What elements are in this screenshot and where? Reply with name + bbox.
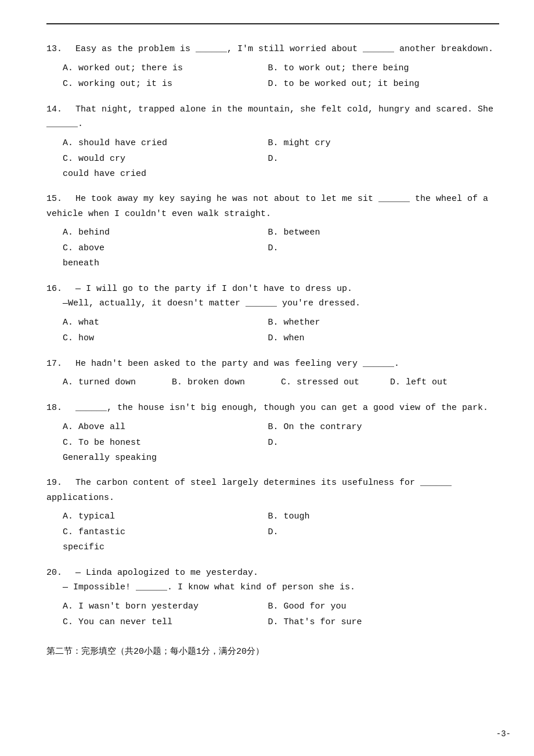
question-8-option-B: B. Good for you — [268, 599, 472, 614]
question-2-option-D-wrap: could have cried — [63, 167, 499, 182]
question-2-options: A. should have criedB. might cryC. would… — [63, 135, 499, 167]
question-1: 13. Easy as the problem is ______, I'm s… — [46, 42, 499, 92]
question-4: 16. — I will go to the party if I don't … — [46, 282, 499, 346]
question-6-option-D-wrap: Generally speaking — [63, 451, 499, 466]
question-6-stem: 18. ______, the house isn't big enough, … — [46, 401, 499, 416]
question-5-option-C: C. stressed out — [281, 375, 390, 390]
question-number: 16. — [46, 282, 65, 297]
question-number: 15. — [46, 192, 65, 207]
question-number: 18. — [46, 401, 65, 416]
question-number: 19. — [46, 476, 65, 491]
question-7-option-C: C. fantastic — [63, 524, 268, 540]
question-number: 14. — [46, 102, 65, 117]
question-1-options: A. worked out; there isB. to work out; t… — [63, 60, 499, 92]
question-7-option-A: A. typical — [63, 509, 268, 524]
question-4-option-A: A. what — [63, 315, 268, 330]
question-4-option-D: D. when — [268, 330, 472, 346]
question-5-stem: 17. He hadn't been asked to the party an… — [46, 357, 499, 372]
question-6: 18. ______, the house isn't big enough, … — [46, 401, 499, 465]
question-number: 13. — [46, 42, 65, 57]
question-5: 17. He hadn't been asked to the party an… — [46, 357, 499, 391]
question-5-option-A: A. turned down — [63, 375, 172, 390]
question-1-option-B: B. to work out; there being — [268, 60, 472, 76]
question-8-option-C: C. You can never tell — [63, 614, 268, 630]
question-5-option-D: D. left out — [390, 375, 499, 390]
question-2-option-C: C. would cry — [63, 151, 268, 167]
question-4-stem: 16. — I will go to the party if I don't … — [46, 282, 499, 311]
question-7-option-B: B. tough — [268, 509, 472, 524]
question-1-option-A: A. worked out; there is — [63, 60, 268, 76]
question-3-stem: 15. He took away my key saying he was no… — [46, 192, 499, 221]
question-6-option-A: A. Above all — [63, 419, 268, 435]
question-7-options: A. typicalB. toughC. fantasticD. — [63, 509, 499, 540]
question-4-option-B: B. whether — [268, 315, 472, 330]
question-6-option-D: D. — [268, 435, 472, 451]
question-2-stem: 14. That night, trapped alone in the mou… — [46, 102, 499, 132]
section-footer: 第二节：完形填空（共20小题；每小题1分，满分20分） — [46, 644, 499, 660]
question-6-option-C: C. To be honest — [63, 435, 268, 451]
question-7: 19. The carbon content of steel largely … — [46, 476, 499, 555]
question-4-options: A. whatB. whetherC. howD. when — [63, 315, 499, 346]
question-2-option-B: B. might cry — [268, 135, 472, 151]
question-3-option-D-wrap: beneath — [63, 256, 499, 271]
question-2-option-D: D. — [268, 151, 472, 167]
question-1-option-C: C. working out; it is — [63, 76, 268, 92]
question-1-stem: 13. Easy as the problem is ______, I'm s… — [46, 42, 499, 57]
question-3: 15. He took away my key saying he was no… — [46, 192, 499, 271]
page-number: -3- — [496, 729, 511, 739]
question-4-option-C: C. how — [63, 330, 268, 346]
question-3-options: A. behindB. betweenC. aboveD. — [63, 225, 499, 256]
question-3-option-C: C. above — [63, 240, 268, 256]
question-6-option-B: B. On the contrary — [268, 419, 472, 435]
question-1-option-D: D. to be worked out; it being — [268, 76, 472, 92]
question-8-options: A. I wasn't born yesterdayB. Good for yo… — [63, 599, 499, 630]
question-2-option-A: A. should have cried — [63, 135, 268, 151]
question-8-stem: 20. — Linda apologized to me yesterday.—… — [46, 566, 499, 595]
question-5-options: A. turned downB. broken downC. stressed … — [63, 375, 499, 390]
question-number: 17. — [46, 357, 65, 372]
question-5-option-B: B. broken down — [172, 375, 281, 390]
question-7-option-D: D. — [268, 524, 472, 540]
question-2: 14. That night, trapped alone in the mou… — [46, 102, 499, 182]
question-3-option-B: B. between — [268, 225, 472, 240]
question-3-option-D: D. — [268, 240, 472, 256]
question-8-option-A: A. I wasn't born yesterday — [63, 599, 268, 614]
question-6-options: A. Above allB. On the contraryC. To be h… — [63, 419, 499, 451]
top-divider — [46, 23, 499, 24]
question-8: 20. — Linda apologized to me yesterday.—… — [46, 566, 499, 630]
question-number: 20. — [46, 566, 65, 581]
questions-container: 13. Easy as the problem is ______, I'm s… — [46, 42, 499, 630]
question-7-stem: 19. The carbon content of steel largely … — [46, 476, 499, 505]
question-8-option-D: D. That's for sure — [268, 614, 472, 630]
question-3-option-A: A. behind — [63, 225, 268, 240]
question-7-option-D-wrap: specific — [63, 540, 499, 555]
